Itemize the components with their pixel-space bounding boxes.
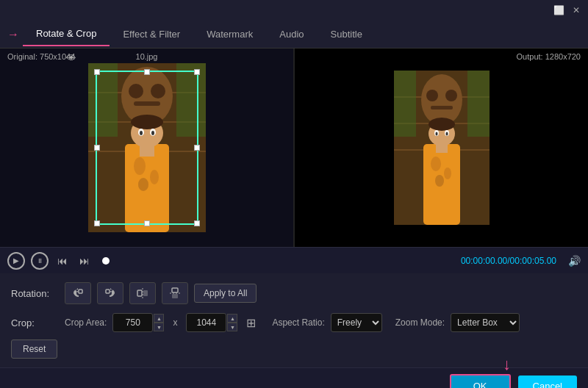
svg-rect-46 [137, 290, 142, 296]
ok-button[interactable]: OK [450, 374, 511, 388]
flip-horizontal-button[interactable] [129, 282, 156, 304]
svg-point-40 [445, 132, 448, 136]
tab-watermark[interactable]: Watermark [193, 23, 266, 46]
eye-icon[interactable]: 👁 [66, 52, 76, 64]
crop-area-label: Crop Area: [65, 317, 107, 328]
crop-width-input[interactable] [112, 313, 153, 332]
tabs-bar: → Rotate & Crop Effect & Filter Watermar… [0, 21, 588, 48]
crop-label: Crop: [11, 317, 59, 328]
minimize-button[interactable]: ⬜ [553, 4, 564, 16]
footer: ↓ OK Cancel [0, 367, 588, 388]
aspect-ratio-select[interactable]: Freely 16:9 4:3 1:1 [331, 313, 382, 332]
preview-left-panel: Original: 750x1044 👁 10.jpg [0, 48, 295, 247]
crop-row: Crop: Crop Area: ▲ ▼ x ▲ ▼ ⊞ Aspect Rati… [11, 313, 577, 332]
play-button[interactable]: ▶ [7, 252, 25, 270]
svg-point-36 [429, 118, 455, 131]
crop-handle-bm[interactable] [144, 220, 150, 226]
width-input-wrap: ▲ ▼ [112, 313, 164, 332]
width-decrement-button[interactable]: ▼ [154, 323, 164, 331]
svg-point-32 [431, 157, 441, 171]
crop-handle-tm[interactable] [144, 69, 150, 75]
close-button[interactable]: ✕ [570, 4, 582, 16]
svg-point-39 [435, 132, 437, 136]
ok-arrow-indicator: ↓ [503, 355, 511, 374]
playback-bar: ▶ ⏸ ⏮ ⏭ 00:00:00.00/00:00:05.00 🔊 [0, 247, 588, 273]
svg-point-29 [445, 90, 457, 101]
flip-vertical-button[interactable] [162, 282, 188, 304]
svg-rect-41 [436, 144, 448, 153]
svg-point-33 [444, 168, 451, 179]
preview-right-panel: Output: 1280x720 [295, 48, 588, 247]
svg-point-34 [435, 175, 444, 187]
svg-rect-44 [79, 290, 82, 293]
svg-point-28 [426, 90, 438, 101]
rotate-right-button[interactable] [97, 282, 123, 304]
tab-rotate-crop[interactable]: Rotate & Crop [23, 22, 110, 46]
svg-rect-47 [143, 290, 148, 296]
svg-rect-42 [394, 71, 416, 137]
tab-effect-filter[interactable]: Effect & Filter [110, 23, 193, 46]
zoom-mode-label: Zoom Mode: [395, 317, 445, 328]
apply-to-all-button[interactable]: Apply to All [194, 284, 257, 303]
width-increment-button[interactable]: ▲ [154, 314, 164, 323]
tab-arrow-indicator: → [7, 28, 19, 41]
height-decrement-button[interactable]: ▼ [227, 323, 237, 331]
crop-handle-tl[interactable] [94, 69, 100, 75]
pause-button[interactable]: ⏸ [31, 252, 49, 270]
tab-audio[interactable]: Audio [266, 23, 317, 46]
rotation-row: Rotation: [11, 282, 577, 304]
playhead[interactable] [102, 257, 110, 265]
rotate-left-button[interactable] [65, 282, 91, 304]
dimension-separator: x [173, 317, 177, 328]
link-dimensions-icon[interactable]: ⊞ [246, 316, 256, 330]
crop-overlay[interactable] [96, 71, 198, 225]
prev-frame-button[interactable]: ⏮ [54, 254, 71, 268]
reset-button[interactable]: Reset [11, 340, 57, 359]
svg-rect-30 [431, 106, 453, 109]
crop-height-input[interactable] [186, 313, 226, 332]
next-frame-button[interactable]: ⏭ [76, 254, 93, 268]
svg-rect-49 [172, 288, 178, 292]
title-bar: ⬜ ✕ [0, 0, 588, 21]
crop-handle-rm[interactable] [194, 145, 200, 151]
width-spinner: ▲ ▼ [154, 314, 164, 331]
volume-icon[interactable]: 🔊 [568, 255, 581, 267]
crop-handle-bl[interactable] [94, 220, 100, 226]
crop-handle-lm[interactable] [94, 145, 100, 151]
zoom-mode-select[interactable]: Letter Box Pan & Scan Full [451, 313, 520, 332]
preview-area: Original: 750x1044 👁 10.jpg [0, 48, 588, 247]
right-preview-image [394, 71, 490, 225]
time-display: 00:00:00.00/00:00:05.00 [461, 256, 556, 266]
rotation-label: Rotation: [11, 288, 59, 299]
height-input-wrap: ▲ ▼ [186, 313, 237, 332]
crop-handle-br[interactable] [194, 220, 200, 226]
original-label: Original: 750x1044 [7, 52, 75, 61]
svg-rect-45 [106, 290, 110, 293]
svg-rect-50 [172, 294, 178, 298]
svg-rect-43 [467, 71, 490, 137]
cancel-button[interactable]: Cancel [518, 376, 577, 388]
crop-handle-tr[interactable] [194, 69, 200, 75]
tab-subtitle[interactable]: Subtitle [318, 23, 376, 46]
file-label: 10.jpg [136, 52, 158, 61]
bottom-row: Reset [11, 340, 577, 359]
aspect-ratio-label: Aspect Ratio: [272, 317, 324, 328]
controls-panel: Rotation: [0, 273, 588, 367]
output-label: Output: 1280x720 [517, 52, 581, 61]
height-increment-button[interactable]: ▲ [227, 314, 237, 323]
left-preview-image [88, 63, 206, 232]
height-spinner: ▲ ▼ [227, 314, 237, 331]
